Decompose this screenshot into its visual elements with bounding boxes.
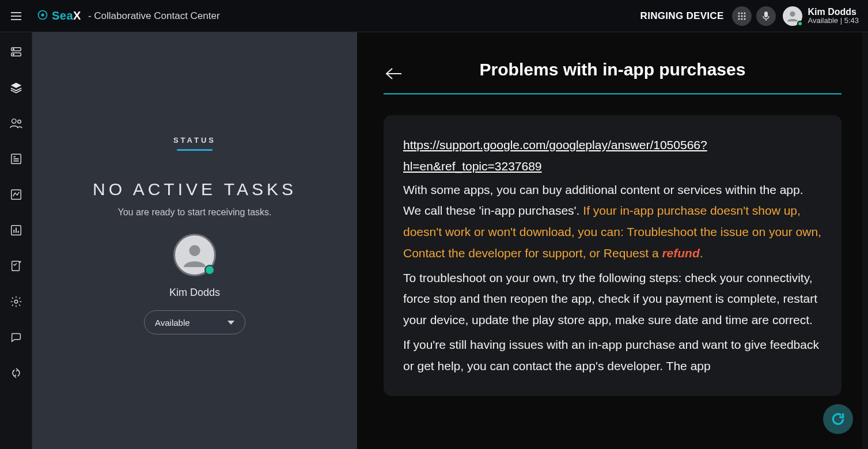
status-select-value: Available xyxy=(155,318,190,328)
kb-source-link[interactable]: https://support.google.com/googleplay/an… xyxy=(403,138,707,173)
kb-article-title: Problems with in-app purchases xyxy=(384,60,842,79)
sidebar-item-settings[interactable] xyxy=(5,290,28,313)
user-name: Kim Dodds xyxy=(808,7,856,17)
sidebar xyxy=(0,32,32,449)
svg-point-12 xyxy=(741,18,742,20)
agent-name: Kim Dodds xyxy=(169,287,220,299)
svg-point-34 xyxy=(14,300,18,303)
kb-paragraph-3: If you're still having issues with an in… xyxy=(403,334,822,377)
menu-button[interactable] xyxy=(0,0,32,32)
svg-point-13 xyxy=(744,18,745,20)
agent-status-panel: STATUS NO ACTIVE TASKS You are ready to … xyxy=(32,32,357,449)
svg-point-9 xyxy=(741,15,742,17)
user-status: Available | 5:43 xyxy=(808,17,859,25)
knowledge-panel: Problems with in-app purchases https://s… xyxy=(357,32,868,449)
user-block[interactable]: Kim Dodds Available | 5:43 xyxy=(808,7,859,25)
svg-point-8 xyxy=(738,15,740,17)
brand: SeaX - Collaborative Contact Center xyxy=(37,9,220,23)
refresh-button[interactable] xyxy=(823,404,853,434)
sidebar-item-layers[interactable] xyxy=(5,76,28,99)
sidebar-item-chart[interactable] xyxy=(5,183,28,206)
agent-avatar xyxy=(173,234,216,276)
svg-point-19 xyxy=(13,49,14,50)
svg-rect-32 xyxy=(12,261,19,271)
brand-text-sea: Sea xyxy=(52,9,73,22)
user-avatar[interactable] xyxy=(783,6,802,26)
sidebar-item-form[interactable] xyxy=(5,147,28,170)
svg-point-22 xyxy=(17,120,21,123)
svg-point-35 xyxy=(189,245,200,256)
sidebar-item-checklist[interactable] xyxy=(5,254,28,277)
brand-icon xyxy=(37,9,48,23)
svg-point-10 xyxy=(744,15,745,17)
kb-paragraph-2: To troubleshoot on your own, try the fol… xyxy=(403,268,822,331)
svg-point-11 xyxy=(738,18,740,20)
kb-highlight-period: . xyxy=(700,246,703,260)
presence-indicator xyxy=(797,21,803,26)
ringing-device-label: RINGING DEVICE xyxy=(640,10,724,22)
svg-point-6 xyxy=(741,12,742,14)
sidebar-item-server[interactable] xyxy=(5,40,28,63)
dialpad-button[interactable] xyxy=(732,6,752,26)
brand-subtitle: - Collaborative Contact Center xyxy=(88,10,220,22)
back-button[interactable] xyxy=(384,63,404,84)
svg-point-16 xyxy=(790,11,795,16)
status-select[interactable]: Available xyxy=(144,310,245,334)
no-active-tasks-heading: NO ACTIVE TASKS xyxy=(93,180,297,199)
sidebar-item-contacts[interactable] xyxy=(5,112,28,135)
chevron-down-icon xyxy=(228,321,234,325)
status-underline xyxy=(177,149,213,151)
app-header: SeaX - Collaborative Contact Center RING… xyxy=(0,0,868,32)
sidebar-item-analytics[interactable] xyxy=(5,219,28,242)
ready-text: You are ready to start receiving tasks. xyxy=(117,207,271,218)
kb-article-card: https://support.google.com/googleplay/an… xyxy=(384,115,842,396)
sidebar-item-chat[interactable] xyxy=(5,326,28,349)
brand-text-x: X xyxy=(73,9,81,22)
svg-point-4 xyxy=(41,13,44,16)
agent-presence-indicator xyxy=(204,265,215,275)
sidebar-item-sync[interactable] xyxy=(5,362,28,385)
svg-point-20 xyxy=(13,54,14,55)
microphone-button[interactable] xyxy=(756,6,776,26)
svg-point-21 xyxy=(12,119,16,123)
svg-point-7 xyxy=(744,12,745,14)
status-label: STATUS xyxy=(173,136,216,144)
svg-point-5 xyxy=(738,12,740,14)
kb-highlight-refund: refund xyxy=(662,246,699,260)
svg-rect-14 xyxy=(764,12,768,17)
scrollbar[interactable] xyxy=(862,32,868,449)
